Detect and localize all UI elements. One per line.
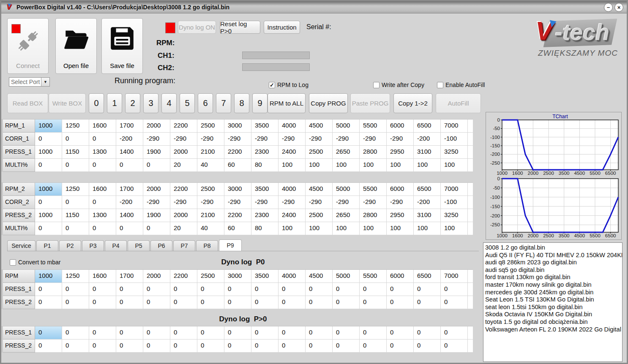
table-cell[interactable]: 3000 xyxy=(224,120,251,133)
table-cell[interactable]: 0 xyxy=(62,326,89,340)
table-cell[interactable]: 0 xyxy=(89,296,116,309)
digit-1-button[interactable]: 1 xyxy=(107,93,122,113)
file-list-item[interactable]: audi q8 286km 2023 go digital.bin xyxy=(485,259,622,266)
table-cell[interactable]: 2400 xyxy=(279,146,306,159)
digit-5-button[interactable]: 5 xyxy=(180,93,195,113)
digit-2-button[interactable]: 2 xyxy=(125,93,140,113)
table-cell[interactable]: 0 xyxy=(387,283,414,296)
table-cell[interactable]: 0 xyxy=(35,283,62,296)
table-cell[interactable]: 2500 xyxy=(306,146,333,159)
table-cell[interactable]: -290 xyxy=(170,133,197,146)
table-cell[interactable]: 20 xyxy=(170,159,197,172)
table-cell[interactable]: 2500 xyxy=(197,270,224,283)
table-cell[interactable]: 1700 xyxy=(116,120,143,133)
table-cell[interactable]: 1300 xyxy=(89,209,116,222)
table-cell[interactable]: 1700 xyxy=(116,183,143,196)
digit-3-button[interactable]: 3 xyxy=(143,93,158,113)
file-list-item[interactable]: Seat Leon 1.5 TSI 130KM Go Digital.bin xyxy=(485,296,622,304)
table-cell[interactable]: 0 xyxy=(170,283,197,296)
write-after-copy-checkbox[interactable]: Write after Copy xyxy=(373,81,424,88)
table-cell[interactable]: 2200 xyxy=(170,120,197,133)
tab-p9[interactable]: P9 xyxy=(219,239,242,251)
table-cell[interactable]: 60 xyxy=(224,159,251,172)
table-cell[interactable]: 100 xyxy=(441,159,468,172)
table-cell[interactable]: 1700 xyxy=(116,270,143,283)
tab-p1[interactable]: P1 xyxy=(36,240,58,251)
digit-8-button[interactable]: 8 xyxy=(234,93,249,113)
table-cell[interactable]: 5500 xyxy=(360,270,387,283)
table-cell[interactable]: 100 xyxy=(387,159,414,172)
table-cell[interactable]: 4500 xyxy=(306,120,333,133)
file-list-item[interactable]: mercedes gle 300d 245km go digital.bin xyxy=(485,289,622,296)
table-cell[interactable]: 3000 xyxy=(224,270,251,283)
table-cell[interactable]: 2200 xyxy=(224,146,251,159)
table-cell[interactable]: 20 xyxy=(170,222,197,235)
table-cell[interactable]: 0 xyxy=(224,283,251,296)
file-list-item[interactable]: seat leon 1.5tsi 150km go digital.bin xyxy=(485,304,622,311)
table-cell[interactable]: 0 xyxy=(89,159,116,172)
table-cell[interactable]: 3250 xyxy=(441,209,468,222)
table-cell[interactable]: -290 xyxy=(333,196,360,209)
table-cell[interactable]: 2650 xyxy=(333,146,360,159)
table-cell[interactable]: 0 xyxy=(360,340,387,353)
table-cell[interactable]: 0 xyxy=(62,222,89,235)
table-cell[interactable]: -290 xyxy=(306,196,333,209)
table-cell[interactable]: 0 xyxy=(89,283,116,296)
tab-p3[interactable]: P3 xyxy=(82,240,104,251)
table-cell[interactable]: -100 xyxy=(441,133,468,146)
table-cell[interactable]: 0 xyxy=(279,296,306,309)
table-cell[interactable]: 0 xyxy=(441,296,468,309)
table-cell[interactable]: 2200 xyxy=(224,209,251,222)
table-cell[interactable]: 0 xyxy=(35,296,62,309)
table-cell[interactable]: 40 xyxy=(197,222,224,235)
table-cell[interactable]: 100 xyxy=(279,222,306,235)
table-cell[interactable]: 6000 xyxy=(387,183,414,196)
table-cell[interactable]: 0 xyxy=(306,283,333,296)
table-cell[interactable]: 0 xyxy=(333,326,360,340)
table-cell[interactable]: 2300 xyxy=(251,146,279,159)
table-cell[interactable]: -290 xyxy=(360,196,387,209)
table-cell[interactable]: 0 xyxy=(441,326,468,340)
table-cell[interactable]: 0 xyxy=(387,326,414,340)
table-cell[interactable]: 1000 xyxy=(35,270,62,283)
table-cell[interactable]: 3100 xyxy=(414,146,441,159)
minimize-button[interactable]: − xyxy=(604,3,613,12)
table-cell[interactable]: 80 xyxy=(251,159,279,172)
table-cell[interactable]: 0 xyxy=(224,296,251,309)
checkbox-box[interactable] xyxy=(437,82,443,88)
table-cell[interactable]: 0 xyxy=(170,326,197,340)
table-cell[interactable]: 0 xyxy=(306,340,333,353)
table-cell[interactable]: 0 xyxy=(414,340,441,353)
table-cell[interactable]: -290 xyxy=(306,133,333,146)
table-cell[interactable]: 6500 xyxy=(414,120,441,133)
copy-1-to-2-button[interactable]: Copy 1->2 xyxy=(393,93,432,113)
table-cell[interactable]: 4000 xyxy=(279,120,306,133)
table-cell[interactable]: 0 xyxy=(333,340,360,353)
table-cell[interactable]: 100 xyxy=(360,222,387,235)
table-cell[interactable]: 100 xyxy=(306,222,333,235)
table-cell[interactable]: 6500 xyxy=(414,183,441,196)
table-cell[interactable]: -290 xyxy=(279,196,306,209)
table-cell[interactable]: 2100 xyxy=(197,146,224,159)
save-file-button[interactable]: Save file xyxy=(101,18,143,74)
table-cell[interactable]: 1400 xyxy=(116,146,143,159)
table-cell[interactable]: 0 xyxy=(35,222,62,235)
table-cell[interactable]: -290 xyxy=(143,196,170,209)
table-cell[interactable]: 0 xyxy=(197,283,224,296)
table-cell[interactable]: 0 xyxy=(35,133,62,146)
table-cell[interactable]: 0 xyxy=(197,296,224,309)
table-cell[interactable]: 2500 xyxy=(306,209,333,222)
table-cell[interactable]: 0 xyxy=(224,326,251,340)
table-cell[interactable]: 0 xyxy=(360,326,387,340)
table-cell[interactable]: 0 xyxy=(35,159,62,172)
table-cell[interactable]: 2200 xyxy=(170,270,197,283)
table-cell[interactable]: 0 xyxy=(251,283,279,296)
table-cell[interactable]: 3500 xyxy=(251,183,279,196)
table-cell[interactable]: -200 xyxy=(116,196,143,209)
table-cell[interactable]: 100 xyxy=(333,222,360,235)
table-cell[interactable]: 7000 xyxy=(441,183,468,196)
table-cell[interactable]: 1000 xyxy=(35,146,62,159)
tab-p2[interactable]: P2 xyxy=(59,240,81,251)
table-cell[interactable]: 0 xyxy=(306,326,333,340)
table-cell[interactable]: 80 xyxy=(251,222,279,235)
